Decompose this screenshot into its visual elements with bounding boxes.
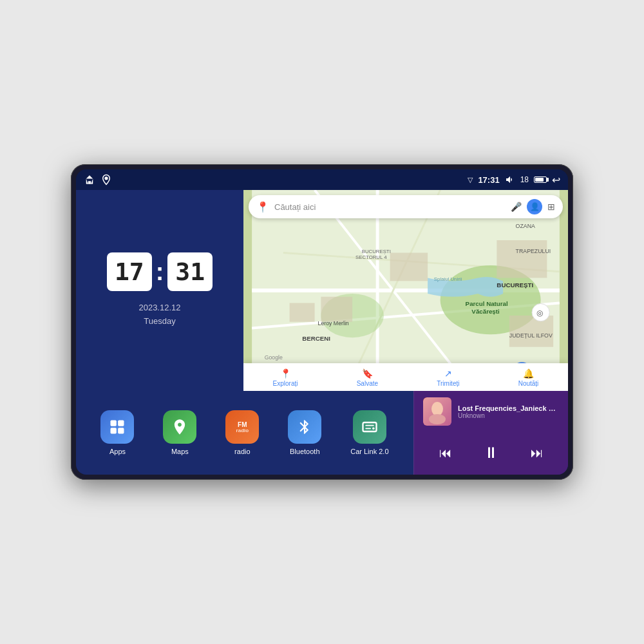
carlink-icon	[353, 410, 386, 444]
time-display: 17:31	[478, 175, 499, 185]
app-item-bluetooth[interactable]: Bluetooth	[288, 410, 321, 455]
status-bar: ▽ 17:31 18 ↩	[76, 169, 568, 190]
svg-text:Leroy Merlin: Leroy Merlin	[318, 320, 349, 327]
bottom-section: Apps Maps FM radio	[76, 391, 568, 475]
svg-text:◎: ◎	[536, 308, 543, 317]
voice-search-icon[interactable]: 🎤	[511, 202, 522, 212]
status-left	[84, 174, 112, 185]
map-nav-news-label: Noutăți	[518, 380, 539, 387]
svg-point-38	[431, 402, 443, 416]
maps-pin-icon: 📍	[256, 201, 269, 213]
app-item-carlink[interactable]: Car Link 2.0	[350, 410, 388, 455]
clock-hours: 17	[107, 252, 152, 291]
map-search-actions: 🎤 👤 ⊞	[511, 199, 555, 214]
battery-icon	[534, 176, 547, 183]
battery-level: 18	[520, 175, 529, 184]
svg-rect-32	[118, 421, 124, 426]
svg-rect-33	[111, 428, 117, 433]
app-item-maps[interactable]: Maps	[163, 410, 196, 455]
svg-point-0	[105, 177, 108, 180]
svg-point-39	[429, 414, 446, 424]
main-content: 17 : 31 2023.12.12 Tuesday	[76, 190, 568, 475]
prev-button[interactable]: ⏮	[434, 443, 457, 463]
music-text: Lost Frequencies_Janieck Devy-... Unknow…	[458, 404, 559, 419]
account-icon[interactable]: 👤	[527, 199, 542, 214]
map-search-bar[interactable]: 📍 Căutați aici 🎤 👤 ⊞	[249, 195, 563, 218]
music-info: Lost Frequencies_Janieck Devy-... Unknow…	[423, 397, 559, 426]
map-nav-icon[interactable]	[100, 174, 112, 185]
maps-icon	[163, 410, 196, 444]
map-background: Parcul Natural Văcărești Leroy Merlin BU…	[243, 190, 568, 391]
bluetooth-icon	[288, 410, 321, 444]
top-section: 17 : 31 2023.12.12 Tuesday	[76, 190, 568, 391]
radio-icon: FM radio	[225, 410, 259, 444]
clock-minutes: 31	[167, 252, 213, 291]
svg-rect-12	[390, 253, 428, 281]
svg-text:BUCUREȘTI: BUCUREȘTI	[497, 281, 533, 289]
clock-display: 17 : 31	[107, 252, 213, 291]
music-controls: ⏮ ⏸ ⏭	[423, 437, 559, 468]
music-thumbnail	[423, 397, 451, 426]
svg-rect-31	[111, 421, 117, 426]
app-item-apps[interactable]: Apps	[100, 410, 134, 455]
home-icon[interactable]	[84, 174, 95, 185]
svg-text:TRAPEZULUI: TRAPEZULUI	[516, 248, 551, 254]
svg-text:OZANA: OZANA	[516, 223, 535, 229]
svg-rect-34	[118, 428, 124, 433]
apps-row: Apps Maps FM radio	[76, 391, 413, 475]
next-button[interactable]: ⏭	[526, 443, 549, 463]
map-bottom-bar: 📍 Explorați 🔖 Salvate ↗ Trimiteți 🔔	[243, 363, 568, 391]
svg-text:Splaiul Unirii: Splaiul Unirii	[434, 276, 462, 282]
map-nav-explore-label: Explorați	[273, 380, 298, 387]
map-nav-explore[interactable]: 📍 Explorați	[273, 368, 298, 387]
maps-label: Maps	[171, 448, 189, 455]
svg-point-36	[372, 428, 375, 430]
bluetooth-label: Bluetooth	[290, 448, 319, 455]
signal-icon: ▽	[468, 176, 473, 184]
svg-text:Google: Google	[265, 354, 283, 361]
svg-rect-11	[321, 297, 352, 322]
layers-icon[interactable]: ⊞	[547, 202, 555, 212]
map-search-placeholder[interactable]: Căutați aici	[274, 202, 506, 212]
svg-rect-35	[363, 422, 376, 431]
music-panel: Lost Frequencies_Janieck Devy-... Unknow…	[413, 391, 568, 475]
map-nav-share[interactable]: ↗ Trimiteți	[437, 368, 459, 387]
carlink-label: Car Link 2.0	[350, 448, 388, 455]
clock-panel: 17 : 31 2023.12.12 Tuesday	[76, 190, 243, 391]
status-right: ▽ 17:31 18 ↩	[468, 174, 560, 186]
apps-icon	[100, 410, 134, 444]
apps-label: Apps	[109, 448, 126, 455]
music-title: Lost Frequencies_Janieck Devy-...	[458, 404, 559, 412]
svg-text:Văcărești: Văcărești	[471, 308, 500, 315]
svg-text:BUCUREȘTI: BUCUREȘTI	[362, 249, 391, 254]
screen: ▽ 17:31 18 ↩	[76, 169, 568, 475]
car-display-device: ▽ 17:31 18 ↩	[71, 164, 573, 480]
map-nav-news[interactable]: 🔔 Noutăți	[518, 368, 539, 387]
svg-text:JUDEȚUL ILFOV: JUDEȚUL ILFOV	[509, 332, 553, 339]
svg-rect-10	[290, 303, 315, 322]
music-artist: Unknown	[458, 412, 559, 419]
svg-text:SECTORUL 4: SECTORUL 4	[355, 254, 387, 260]
play-pause-button[interactable]: ⏸	[478, 441, 504, 464]
clock-date: 2023.12.12 Tuesday	[138, 301, 180, 328]
map-nav-saved-label: Salvate	[357, 380, 378, 387]
app-item-radio[interactable]: FM radio radio	[225, 410, 259, 455]
map-nav-share-label: Trimiteți	[437, 380, 459, 387]
svg-text:BERCENI: BERCENI	[302, 335, 330, 342]
back-icon[interactable]: ↩	[552, 174, 560, 186]
svg-rect-14	[509, 316, 553, 347]
map-panel[interactable]: Parcul Natural Văcărești Leroy Merlin BU…	[243, 190, 568, 391]
volume-icon	[505, 175, 515, 185]
map-nav-saved[interactable]: 🔖 Salvate	[357, 368, 378, 387]
radio-label: radio	[234, 448, 250, 455]
svg-rect-13	[497, 240, 547, 278]
clock-colon: :	[156, 258, 164, 286]
svg-text:Parcul Natural: Parcul Natural	[466, 300, 508, 307]
